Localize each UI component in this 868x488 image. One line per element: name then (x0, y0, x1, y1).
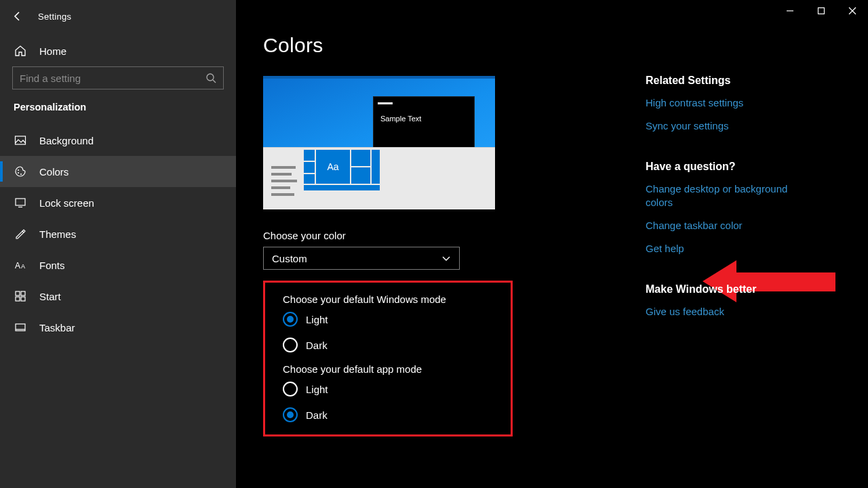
svg-point-3 (18, 169, 19, 171)
maximize-button[interactable] (806, 0, 837, 22)
link-change-desktop-colors[interactable]: Change desktop or background colors (646, 182, 815, 210)
radio-icon (283, 312, 298, 327)
related-heading: Related Settings (646, 75, 815, 87)
better-heading: Make Windows better (646, 283, 815, 296)
svg-rect-13 (21, 297, 25, 301)
svg-point-5 (20, 174, 22, 175)
radio-icon (283, 382, 298, 396)
sidebar-item-label: Taskbar (39, 322, 75, 333)
related-settings-block: Related Settings High contrast settings … (646, 75, 815, 134)
home-label: Home (39, 45, 66, 57)
svg-point-0 (207, 74, 214, 81)
search-box[interactable] (12, 66, 224, 89)
highlighted-section: Choose your default Windows mode Light D… (263, 281, 513, 436)
app-mode-light[interactable]: Light (283, 382, 493, 396)
svg-rect-10 (16, 291, 20, 296)
sidebar-item-label: Start (39, 291, 61, 302)
sidebar-item-label: Lock screen (39, 197, 94, 209)
main-content: Colors Sample Text Aa Choose your color … (236, 0, 868, 488)
preview-tile-text: Aa (316, 150, 350, 184)
svg-rect-12 (16, 297, 20, 301)
sidebar-item-label: Background (39, 135, 94, 146)
picture-icon (14, 134, 27, 147)
sidebar-item-colors[interactable]: Colors (0, 156, 236, 187)
content-column: Colors Sample Text Aa Choose your color … (263, 34, 656, 488)
radio-label: Light (306, 314, 328, 325)
sidebar-item-background[interactable]: Background (0, 125, 236, 156)
home-button[interactable]: Home (0, 35, 236, 66)
sidebar-item-fonts[interactable]: AA Fonts (0, 249, 236, 281)
sidebar-item-themes[interactable]: Themes (0, 218, 236, 249)
window-controls (774, 0, 868, 22)
choose-color-label: Choose your color (263, 230, 656, 241)
app-mode-label: Choose your default app mode (283, 363, 493, 375)
sidebar-item-start[interactable]: Start (0, 281, 236, 312)
choose-color-value: Custom (272, 253, 307, 264)
back-button[interactable] (12, 11, 23, 22)
app-mode-dark[interactable]: Dark (283, 407, 493, 422)
preview-window-text: Sample Text (374, 109, 474, 128)
search-wrap (0, 66, 236, 102)
question-heading: Have a question? (646, 161, 815, 173)
link-high-contrast[interactable]: High contrast settings (646, 96, 815, 110)
fonts-icon: AA (14, 258, 27, 272)
taskbar-icon (14, 321, 27, 334)
palette-icon (14, 165, 27, 178)
radio-icon (283, 407, 298, 422)
side-column: Related Settings High contrast settings … (646, 75, 815, 346)
sidebar-item-lock-screen[interactable]: Lock screen (0, 187, 236, 218)
category-title: Personalization (0, 102, 236, 125)
sidebar-item-taskbar[interactable]: Taskbar (0, 312, 236, 343)
link-get-help[interactable]: Get help (646, 242, 815, 256)
page-title: Colors (263, 34, 656, 57)
svg-text:A: A (15, 261, 20, 270)
question-block: Have a question? Change desktop or backg… (646, 161, 815, 256)
themes-icon (14, 227, 27, 241)
sidebar-item-label: Fonts (39, 260, 65, 271)
arrow-left-icon (12, 11, 23, 22)
home-icon (14, 44, 27, 58)
color-preview: Sample Text Aa (263, 76, 495, 209)
lock-screen-icon (14, 196, 27, 209)
svg-rect-11 (21, 291, 25, 296)
minimize-button[interactable] (774, 0, 806, 22)
better-block: Make Windows better Give us feedback (646, 283, 815, 319)
windows-mode-label: Choose your default Windows mode (283, 293, 493, 305)
windows-mode-light[interactable]: Light (283, 312, 493, 327)
chevron-down-icon (441, 253, 451, 263)
link-give-feedback[interactable]: Give us feedback (646, 305, 815, 319)
choose-color-select[interactable]: Custom (263, 247, 460, 270)
sidebar: Settings Home Personalization Background… (0, 0, 236, 488)
svg-rect-17 (818, 8, 825, 14)
search-input[interactable] (20, 73, 196, 84)
radio-icon (283, 338, 298, 352)
windows-mode-dark[interactable]: Dark (283, 338, 493, 352)
sidebar-item-label: Themes (39, 228, 76, 240)
app-title: Settings (38, 12, 71, 22)
svg-point-4 (18, 172, 19, 174)
start-icon (14, 289, 27, 303)
radio-label: Dark (306, 409, 328, 421)
svg-line-1 (213, 80, 216, 83)
svg-rect-2 (16, 136, 26, 144)
svg-text:A: A (21, 263, 25, 270)
radio-label: Dark (306, 340, 328, 351)
search-icon (205, 73, 216, 83)
close-button[interactable] (837, 0, 868, 22)
sidebar-header: Settings (0, 8, 236, 35)
radio-label: Light (306, 384, 328, 395)
sidebar-item-label: Colors (39, 166, 68, 178)
svg-rect-6 (16, 199, 25, 205)
link-sync-settings[interactable]: Sync your settings (646, 119, 815, 133)
link-change-taskbar-color[interactable]: Change taskbar color (646, 219, 815, 232)
